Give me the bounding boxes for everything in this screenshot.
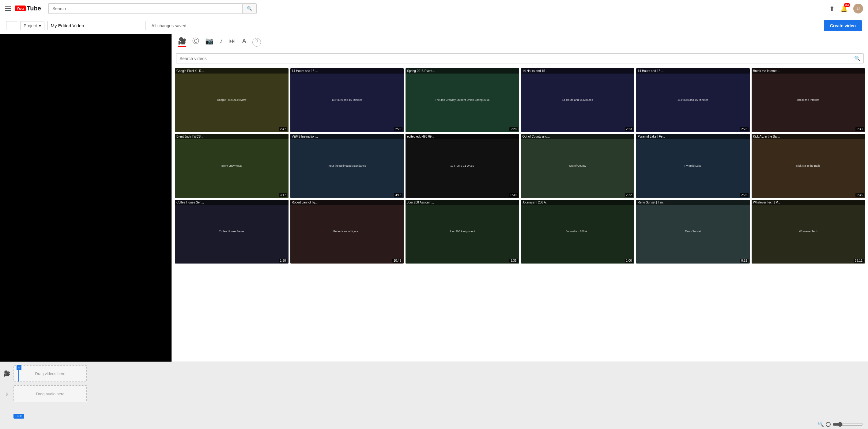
youtube-logo[interactable]: You Tube [15, 5, 41, 12]
upload-icon[interactable]: ⬆ [829, 5, 835, 12]
tab-transitions[interactable]: ⏭ [229, 37, 236, 47]
video-thumb-title-11: Kick Alz in the Bal... [752, 134, 865, 139]
saved-status: All changes saved. [152, 23, 188, 28]
video-drop-zone[interactable]: ✕ Drag videos here [13, 365, 87, 382]
video-thumb-title-16: Reno Sunset | Tim... [636, 200, 750, 205]
audio-drop-label: Drag audio here [36, 392, 64, 396]
video-thumb-title-3: 14 Hours and 15 ... [521, 68, 634, 73]
search-input[interactable] [49, 3, 242, 14]
nav-right: ⬆ 🔔 83 U [829, 4, 863, 13]
video-thumb-duration-15: 1:00 [625, 258, 633, 263]
tab-photo[interactable]: 📷 [205, 37, 214, 47]
video-thumb-13[interactable]: Robert cannot figure...Robert cannot fig… [290, 200, 404, 264]
video-thumb-9[interactable]: Out of CountyOut of County and...2:22 [521, 134, 634, 197]
video-thumb-14[interactable]: Jour 208 AssignmentJour 208 Assignm...3:… [405, 200, 519, 264]
video-thumb-duration-13: 10:42 [392, 258, 402, 263]
yt-text: Tube [27, 5, 41, 12]
project-dropdown[interactable]: Project ▾ [20, 21, 44, 30]
audio-track-row: ♪ Drag audio here [3, 385, 865, 402]
search-button[interactable]: 🔍 [242, 3, 257, 14]
video-thumb-title-9: Out of County and... [521, 134, 634, 139]
tab-help[interactable]: ? [252, 38, 261, 47]
video-track-icon: 🎥 [3, 370, 10, 377]
avatar[interactable]: U [853, 4, 863, 13]
video-thumb-title-17: Whatever Tech | P... [752, 200, 865, 205]
video-thumb-duration-8: 0:39 [509, 193, 518, 197]
video-thumb-11[interactable]: Kick Alz in the BallzKick Alz in the Bal… [752, 134, 865, 197]
video-thumb-duration-4: 2:23 [740, 127, 748, 131]
cursor-head: ✕ [17, 365, 22, 370]
video-thumb-duration-10: 2:25 [740, 193, 748, 197]
search-bar: 🔍 [49, 3, 257, 14]
video-thumb-0[interactable]: Google Pixel XL ReviewGoogle Pixel XL R.… [175, 68, 288, 132]
search-icon: 🔍 [854, 56, 860, 61]
tab-video[interactable]: 🎥 [178, 37, 186, 47]
menu-icon[interactable] [5, 6, 11, 11]
notification-badge: 83 [844, 3, 850, 7]
timeline-zoom: 🔍 [0, 420, 868, 429]
video-thumb-8[interactable]: 10 FILMS 11 DAYSedited edu 495 69...0:39 [405, 134, 519, 197]
video-thumb-15[interactable]: Journalism 208 A...Journalism 208 A...1:… [521, 200, 634, 264]
video-thumb-duration-7: 4:18 [394, 193, 402, 197]
media-search-bar: 🔍 [176, 53, 864, 63]
video-thumb-title-13: Robert cannot fig... [290, 200, 404, 205]
time-badge: 0:00 [13, 414, 24, 419]
media-tabs: 🎥 Ⓒ 📷 ♪ ⏭ A ? [172, 34, 868, 50]
video-drop-label: Drag videos here [35, 371, 66, 376]
media-search-input[interactable] [180, 56, 854, 61]
video-thumb-6[interactable]: Brent Judy WCSBrent Judy | WCS...3:17 [175, 134, 288, 197]
video-thumb-duration-6: 3:17 [279, 193, 287, 197]
tab-text[interactable]: A [242, 38, 246, 47]
video-thumb-4[interactable]: 14 Hours and 15 Minutes14 Hours and 15 .… [636, 68, 750, 132]
video-thumb-title-15: Journalism 208 A... [521, 200, 634, 205]
video-thumb-title-7: VEMS Instruction... [290, 134, 404, 139]
timeline-time-row: 0:00 [0, 410, 868, 420]
video-thumb-title-2: Spring 2016 Event... [405, 68, 519, 73]
video-thumb-5[interactable]: Break the InternetBreak the Internet...0… [752, 68, 865, 132]
video-thumb-title-4: 14 Hours and 15 ... [636, 68, 750, 73]
tab-music[interactable]: ♪ [220, 37, 223, 47]
video-thumb-duration-12: 1:50 [279, 258, 287, 263]
timeline-area: 🎥 ✕ Drag videos here ♪ Drag audio here 0… [0, 362, 868, 429]
zoom-slider[interactable] [833, 422, 863, 427]
video-thumb-1[interactable]: 14 Hours and 15 Minutes14 Hours and 15 .… [290, 68, 404, 132]
video-thumb-duration-1: 2:23 [394, 127, 402, 131]
timeline-cursor: ✕ [19, 366, 19, 381]
project-name-input[interactable] [48, 21, 146, 30]
editor-toolbar: ← Project ▾ All changes saved. Create vi… [0, 17, 868, 34]
video-thumb-10[interactable]: Pyramid LakePyramid Lake | Fe...2:25 [636, 134, 750, 197]
zoom-out-icon[interactable]: 🔍 [818, 421, 824, 427]
video-thumb-title-0: Google Pixel XL R... [175, 68, 288, 73]
back-button[interactable]: ← [6, 21, 17, 30]
video-thumb-title-10: Pyramid Lake | Fe... [636, 134, 750, 139]
video-thumb-16[interactable]: Reno SunsetReno Sunset | Tim...0:52 [636, 200, 750, 264]
video-thumb-7[interactable]: Input the Estimated AttendanceVEMS Instr… [290, 134, 404, 197]
time-badge-wrapper: 0:00 [13, 413, 24, 418]
cursor-x-icon: ✕ [18, 366, 20, 369]
project-label: Project [24, 23, 37, 28]
video-thumb-title-8: edited edu 495 69... [405, 134, 519, 139]
dropdown-arrow-icon: ▾ [39, 23, 41, 28]
video-thumb-title-14: Jour 208 Assignm... [405, 200, 519, 205]
video-thumb-3[interactable]: 14 Hours and 15 Minutes14 Hours and 15 .… [521, 68, 634, 132]
video-thumb-duration-17: 35:11 [854, 258, 864, 263]
video-thumb-duration-3: 2:23 [625, 127, 633, 131]
video-thumb-duration-2: 2:28 [509, 127, 518, 131]
create-video-button[interactable]: Create video [824, 20, 862, 31]
video-preview[interactable] [0, 34, 172, 181]
video-thumb-duration-9: 2:22 [625, 193, 633, 197]
video-thumb-2[interactable]: The Joe Crowley Student Union Spring 201… [405, 68, 519, 132]
top-nav: You Tube 🔍 ⬆ 🔔 83 U [0, 0, 868, 17]
zoom-circle[interactable] [826, 422, 831, 427]
video-thumb-duration-11: 0:35 [856, 193, 864, 197]
video-track-row: 🎥 ✕ Drag videos here [3, 365, 865, 382]
video-thumb-title-12: Coffee House Seri... [175, 200, 288, 205]
audio-track-icon: ♪ [3, 391, 10, 397]
audio-drop-zone[interactable]: Drag audio here [13, 385, 87, 402]
video-thumb-12[interactable]: Coffee House SeriesCoffee House Seri...1… [175, 200, 288, 264]
video-thumb-duration-14: 3:35 [509, 258, 518, 263]
video-thumb-duration-16: 0:52 [740, 258, 748, 263]
notifications[interactable]: 🔔 83 [840, 5, 848, 12]
tab-captions[interactable]: Ⓒ [192, 36, 199, 48]
video-thumb-17[interactable]: Whatever TechWhatever Tech | P...35:11 [752, 200, 865, 264]
